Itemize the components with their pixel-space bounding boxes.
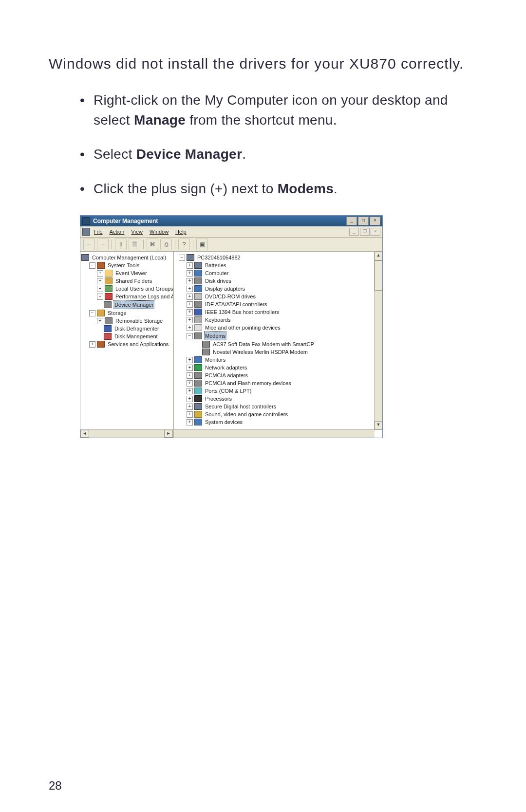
dev-modem-ac97[interactable]: AC97 Soft Data Fax Modem with SmartCP	[179, 340, 381, 348]
close-button[interactable]: ×	[370, 217, 380, 225]
dev-monitors[interactable]: +Monitors	[179, 356, 381, 364]
instruction-item-2: Select Device Manager.	[80, 145, 477, 165]
scroll-track[interactable]	[174, 430, 375, 438]
scroll-left-button[interactable]: ◄	[80, 430, 89, 438]
scroll-track[interactable]	[375, 291, 382, 421]
dev-modems[interactable]: −Modems	[179, 332, 381, 340]
dev-mice[interactable]: +Mice and other pointing devices	[179, 324, 381, 332]
scroll-right-button[interactable]: ►	[164, 430, 173, 438]
list-button[interactable]: ☰	[129, 239, 140, 250]
right-v-scrollbar[interactable]: ▲ ▼	[374, 252, 382, 430]
menu-file[interactable]: File	[94, 229, 103, 235]
tree-device-manager[interactable]: Device Manager	[81, 300, 172, 309]
scroll-up-button[interactable]: ▲	[375, 252, 382, 260]
toolbar-separator	[143, 240, 144, 249]
scroll-thumb[interactable]	[375, 260, 382, 291]
dev-modem-novatel[interactable]: Novatel Wireless Merlin HSDPA Modem	[179, 348, 381, 356]
app-icon	[82, 217, 90, 225]
dev-root[interactable]: −PC320461054882	[179, 254, 381, 261]
dev-network[interactable]: +Network adapters	[179, 364, 381, 371]
tree-root[interactable]: Computer Management (Local)	[81, 254, 172, 261]
tree-removable[interactable]: +Removable Storage	[81, 317, 172, 325]
tree-storage[interactable]: −Storage	[81, 309, 172, 317]
toolbar: ← → ⇧ ☰ ⌘ ⎙ ? ▣	[80, 238, 382, 252]
properties-button[interactable]: ⌘	[147, 239, 158, 250]
dev-pcmcia[interactable]: +PCMCIA adapters	[179, 371, 381, 379]
dev-dvd[interactable]: +DVD/CD-ROM drives	[179, 293, 381, 300]
dev-keyboards[interactable]: +Keyboards	[179, 316, 381, 324]
tree-local-users[interactable]: +Local Users and Groups	[81, 285, 172, 293]
left-h-scrollbar[interactable]: ◄ ►	[80, 429, 173, 438]
page-number: 28	[49, 779, 62, 793]
forward-button[interactable]: →	[97, 239, 109, 250]
tree-shared-folders[interactable]: +Shared Folders	[81, 277, 172, 285]
menu-view[interactable]: View	[131, 229, 143, 235]
instruction-item-3: Click the plus sign (+) next to Modems.	[80, 179, 477, 199]
tree-perf-logs[interactable]: +Performance Logs and Alerts	[81, 293, 172, 300]
dev-ieee[interactable]: +IEEE 1394 Bus host controllers	[179, 308, 381, 316]
toolbar-separator	[193, 240, 193, 249]
tree-disk-mgmt[interactable]: Disk Management	[81, 332, 172, 340]
doc-close-button[interactable]: ×	[371, 228, 380, 236]
dev-disk-drives[interactable]: +Disk drives	[179, 277, 381, 285]
dev-ide[interactable]: +IDE ATA/ATAPI controllers	[179, 300, 381, 308]
titlebar[interactable]: Computer Management _ □ ×	[80, 216, 382, 226]
dev-sd[interactable]: +Secure Digital host controllers	[179, 403, 381, 410]
toolbar-separator	[112, 240, 112, 249]
toolbar-separator	[175, 240, 175, 249]
help-button[interactable]: ?	[178, 239, 190, 250]
window-title: Computer Management	[93, 218, 346, 224]
show-hidden-button[interactable]: ▣	[196, 239, 208, 250]
dev-batteries[interactable]: +Batteries	[179, 261, 381, 269]
right-h-scrollbar[interactable]	[174, 429, 375, 438]
minimize-button[interactable]: _	[346, 217, 357, 225]
dev-ports[interactable]: +Ports (COM & LPT)	[179, 387, 381, 395]
dev-processors[interactable]: +Processors	[179, 395, 381, 403]
dev-system[interactable]: +System devices	[179, 418, 381, 426]
dev-pcmcia-flash[interactable]: +PCMCIA and Flash memory devices	[179, 379, 381, 387]
dev-sound[interactable]: +Sound, video and game controllers	[179, 410, 381, 418]
section-heading: Windows did not install the drivers for …	[49, 54, 477, 74]
menu-help[interactable]: Help	[175, 229, 187, 235]
tree-event-viewer[interactable]: +Event Viewer	[81, 269, 172, 277]
scroll-track[interactable]	[89, 430, 164, 438]
menu-window[interactable]: Window	[150, 229, 169, 235]
mdi-icon	[82, 228, 90, 236]
scroll-down-button[interactable]: ▼	[375, 421, 382, 430]
tree-services[interactable]: +Services and Applications	[81, 340, 172, 348]
screenshot-computer-management: Computer Management _ □ × File Action Vi…	[80, 215, 383, 438]
left-pane: Computer Management (Local) −System Tool…	[80, 252, 174, 438]
right-pane: −PC320461054882 +Batteries +Computer +Di…	[174, 252, 382, 438]
dev-computer[interactable]: +Computer	[179, 269, 381, 277]
tree-defrag[interactable]: Disk Defragmenter	[81, 325, 172, 332]
doc-minimize-button[interactable]: _	[349, 228, 359, 236]
instruction-list: Right-click on the My Computer icon on y…	[80, 91, 477, 199]
up-button[interactable]: ⇧	[115, 239, 127, 250]
back-button[interactable]: ←	[83, 239, 95, 250]
tree-system-tools[interactable]: −System Tools	[81, 261, 172, 269]
instruction-item-1: Right-click on the My Computer icon on y…	[80, 91, 477, 130]
dev-display[interactable]: +Display adapters	[179, 285, 381, 293]
doc-restore-button[interactable]: ❐	[360, 228, 370, 236]
menu-action[interactable]: Action	[110, 229, 125, 235]
print-button[interactable]: ⎙	[160, 239, 172, 250]
maximize-button[interactable]: □	[358, 217, 369, 225]
menubar: File Action View Window Help _ ❐ ×	[80, 226, 382, 238]
